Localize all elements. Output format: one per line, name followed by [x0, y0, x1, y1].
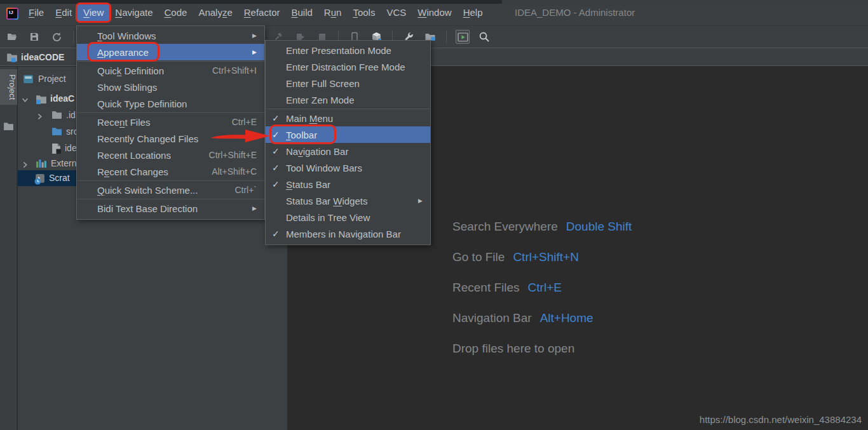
- menu-item-enter-full-screen[interactable]: Enter Full Screen: [266, 75, 430, 91]
- shortcut-hint-recent-files: Recent FilesCtrl+E: [452, 281, 632, 295]
- menu-item-label: Main Menu: [286, 113, 333, 124]
- menubar-item-view[interactable]: View: [78, 4, 109, 21]
- menubar-item-tools[interactable]: Tools: [347, 4, 381, 21]
- menu-item-label: Tool Window Bars: [286, 163, 362, 173]
- screencast-run-icon[interactable]: [456, 30, 470, 44]
- menu-item-quick-switch-scheme[interactable]: Quick Switch Scheme...Ctrl+`: [77, 182, 264, 198]
- menu-item-details-in-tree-view[interactable]: Details in Tree View: [266, 209, 430, 225]
- menu-item-bidi-text-base-direction[interactable]: Bidi Text Base Direction▶: [77, 200, 264, 217]
- shortcut-hint-search-everywhere: Search EverywhereDouble Shift: [452, 220, 632, 234]
- breadcrumb-project-name[interactable]: ideaCODE: [21, 52, 64, 62]
- shortcut-hint-keys: Alt+Home: [540, 311, 593, 325]
- menubar-item-window[interactable]: Window: [412, 4, 457, 21]
- shortcut-hint-navigation-bar: Navigation BarAlt+Home: [452, 311, 632, 325]
- chevron-right-icon[interactable]: [36, 112, 43, 122]
- menu-item-label: Run: [324, 7, 342, 18]
- menu-item-status-bar[interactable]: ✓Status Bar: [266, 176, 430, 192]
- menubar-item-code[interactable]: Code: [159, 4, 193, 21]
- menubar-item-navigate[interactable]: Navigate: [109, 4, 158, 21]
- menu-item-label: Enter Zen Mode: [286, 95, 355, 105]
- editor-shortcut-hints: Search EverywhereDouble ShiftGo to FileC…: [452, 220, 632, 372]
- menubar-item-analyze[interactable]: Analyze: [193, 4, 238, 21]
- shortcut-hint-label: Navigation Bar: [452, 311, 532, 325]
- project-panel-header: Project: [23, 72, 66, 86]
- menu-item-label: Edit: [55, 7, 72, 18]
- project-root-folder-icon: [36, 93, 47, 106]
- idea-window: IJ FileEditViewNavigateCodeAnalyzeRefact…: [0, 0, 868, 430]
- project-panel-title: Project: [38, 74, 66, 84]
- menu-item-label: Toolbar: [286, 130, 317, 140]
- menu-separator: [78, 112, 264, 113]
- shortcut-hint-label: Search Everywhere: [452, 220, 558, 233]
- menu-item-tool-windows[interactable]: Tool Windows▶: [77, 27, 264, 44]
- shortcut-hint-keys: Ctrl+Shift+N: [513, 250, 578, 264]
- menubar-item-help[interactable]: Help: [458, 4, 489, 21]
- open-folder-icon[interactable]: [5, 30, 19, 44]
- menu-item-label: Show Siblings: [97, 82, 157, 93]
- menu-item-enter-distraction-free-mode[interactable]: Enter Distraction Free Mode: [266, 58, 430, 75]
- menu-item-label: Quick Type Definition: [97, 98, 187, 109]
- menu-item-show-siblings[interactable]: Show Siblings: [77, 79, 264, 95]
- submenu-arrow-icon: ▶: [252, 32, 257, 39]
- menu-item-toolbar[interactable]: ✓Toolbar: [266, 126, 430, 143]
- menu-item-recent-changes[interactable]: Recent ChangesAlt+Shift+C: [77, 163, 264, 180]
- menu-item-quick-definition[interactable]: Quick DefinitionCtrl+Shift+I: [77, 62, 264, 79]
- menu-item-label: Code: [165, 7, 187, 18]
- menu-item-label: Enter Distraction Free Mode: [286, 62, 405, 72]
- menu-item-appearance[interactable]: Appearance▶: [77, 44, 264, 60]
- menu-item-label: Help: [463, 7, 483, 18]
- search-everywhere-icon[interactable]: [477, 30, 491, 44]
- menu-item-tool-window-bars[interactable]: ✓Tool Window Bars: [266, 159, 430, 176]
- menu-item-enter-presentation-mode[interactable]: Enter Presentation Mode: [266, 42, 430, 58]
- menu-item-navigation-bar[interactable]: ✓Navigation Bar: [266, 143, 430, 159]
- menu-item-label: Recent Changes: [97, 166, 168, 177]
- folder-icon[interactable]: [3, 121, 14, 133]
- title-bar: IJ FileEditViewNavigateCodeAnalyzeRefact…: [0, 0, 868, 25]
- menu-item-label: Status Bar Widgets: [286, 196, 367, 206]
- toolbar-separator: [73, 30, 74, 43]
- menubar-item-run[interactable]: Run: [318, 4, 348, 21]
- project-folder-icon: [6, 51, 18, 63]
- menu-item-label: View: [83, 7, 104, 18]
- menu-item-label: Members in Navigation Bar: [286, 229, 401, 239]
- menu-item-main-menu[interactable]: ✓Main Menu: [266, 110, 430, 126]
- menu-item-label: Quick Definition: [97, 65, 164, 76]
- menubar-item-build[interactable]: Build: [285, 4, 318, 21]
- menu-item-shortcut: Ctrl+Shift+I: [212, 65, 257, 76]
- external-libraries-icon: [36, 158, 47, 170]
- menu-item-label: Details in Tree View: [286, 212, 370, 223]
- chevron-right-icon[interactable]: [22, 160, 29, 170]
- tree-label: .id: [66, 110, 76, 121]
- menu-item-label: Tool Windows: [97, 30, 156, 41]
- shortcut-hint-keys: Double Shift: [566, 220, 632, 233]
- menu-item-shortcut: Ctrl+`: [234, 185, 257, 195]
- menu-item-quick-type-definition[interactable]: Quick Type Definition: [77, 95, 264, 112]
- chevron-down-icon[interactable]: [22, 95, 29, 105]
- menubar-item-vcs[interactable]: VCS: [381, 4, 412, 21]
- submenu-arrow-icon: ▶: [418, 198, 423, 204]
- tree-label: ide: [65, 143, 77, 154]
- menubar-item-edit[interactable]: Edit: [50, 4, 78, 21]
- project-view-icon: [23, 74, 34, 84]
- menu-item-status-bar-widgets[interactable]: Status Bar Widgets▶: [266, 192, 430, 209]
- save-icon[interactable]: [27, 30, 41, 44]
- sync-refresh-icon[interactable]: [50, 30, 64, 44]
- shortcut-hint-label: Recent Files: [452, 281, 520, 294]
- tool-window-tab-project[interactable]: Project: [0, 69, 17, 105]
- menu-item-recent-locations[interactable]: Recent LocationsCtrl+Shift+E: [77, 147, 264, 163]
- menu-item-label: Appearance: [97, 47, 149, 58]
- source-folder-icon: [51, 126, 62, 138]
- menubar-item-refactor[interactable]: Refactor: [238, 4, 286, 21]
- checkmark-icon: ✓: [272, 113, 286, 123]
- menu-item-label: Navigation Bar: [286, 146, 348, 157]
- menu-item-members-in-navigation-bar[interactable]: ✓Members in Navigation Bar: [266, 225, 430, 242]
- menu-item-label: Build: [291, 7, 312, 18]
- menu-item-shortcut: Ctrl+E: [232, 117, 257, 127]
- menubar-item-file[interactable]: File: [23, 4, 50, 21]
- menu-bar: FileEditViewNavigateCodeAnalyzeRefactorB…: [23, 4, 489, 21]
- menu-item-enter-zen-mode[interactable]: Enter Zen Mode: [266, 91, 430, 108]
- shortcut-hint-keys: Ctrl+E: [528, 281, 562, 294]
- menu-item-label: Tools: [353, 7, 375, 18]
- shortcut-hint-go-to-file: Go to FileCtrl+Shift+N: [452, 250, 632, 264]
- menu-item-label: Window: [417, 7, 451, 18]
